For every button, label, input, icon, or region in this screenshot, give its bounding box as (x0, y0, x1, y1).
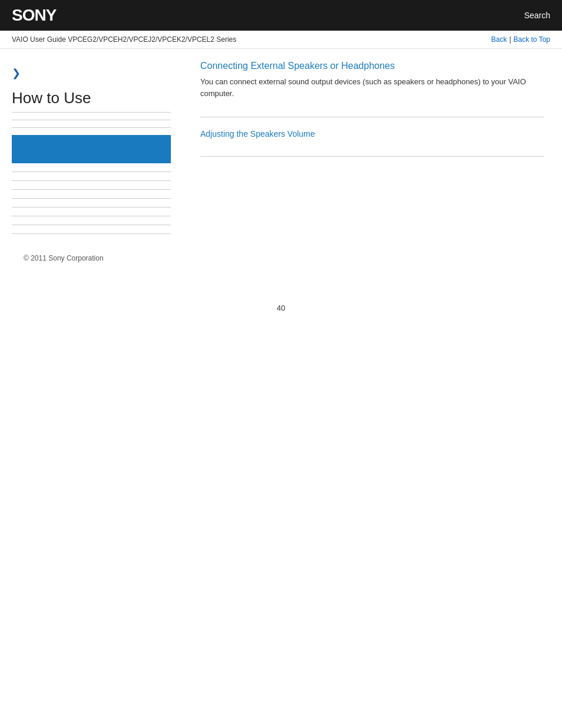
content-area: Connecting External Speakers or Headphon… (183, 49, 562, 286)
sidebar-line-2 (12, 180, 171, 181)
sidebar-divider-1 (12, 120, 171, 120)
copyright-text: © 2011 Sony Corporation (24, 254, 104, 262)
sidebar: ❯ How to Use © 2011 Sony Corporation (0, 49, 183, 286)
sidebar-line-4 (12, 198, 171, 199)
sony-logo: SONY (12, 6, 56, 25)
sidebar-line-8 (12, 233, 171, 234)
breadcrumb-links: Back | Back to Top (491, 35, 550, 44)
connecting-speakers-desc: You can connect external sound output de… (200, 76, 544, 99)
guide-title: VAIO User Guide VPCEG2/VPCEH2/VPCEJ2/VPC… (12, 35, 236, 44)
search-button[interactable]: Search (524, 11, 550, 20)
sidebar-footer: © 2011 Sony Corporation (12, 242, 171, 274)
section-adjusting-volume: Adjusting the Speakers Volume (200, 129, 544, 139)
page-header: SONY Search (0, 0, 562, 31)
content-divider-1 (200, 117, 544, 117)
sidebar-title: How to Use (12, 89, 171, 113)
sidebar-line-5 (12, 207, 171, 207)
sidebar-line-7 (12, 225, 171, 225)
connecting-speakers-link[interactable]: Connecting External Speakers or Headphon… (200, 61, 544, 71)
content-divider-2 (200, 156, 544, 157)
page-number: 40 (0, 286, 562, 318)
main-content: ❯ How to Use © 2011 Sony Corporation Con… (0, 49, 562, 286)
breadcrumb-bar: VAIO User Guide VPCEG2/VPCEH2/VPCEJ2/VPC… (0, 31, 562, 49)
sidebar-blue-box[interactable] (12, 135, 171, 163)
sidebar-line-1 (12, 172, 171, 172)
back-link[interactable]: Back (491, 35, 507, 44)
sidebar-line-3 (12, 189, 171, 190)
sidebar-arrow-icon[interactable]: ❯ (12, 67, 171, 80)
back-to-top-link[interactable]: Back to Top (514, 35, 550, 44)
section-connecting-speakers: Connecting External Speakers or Headphon… (200, 61, 544, 99)
sidebar-divider-2 (12, 127, 171, 128)
adjusting-volume-link[interactable]: Adjusting the Speakers Volume (200, 129, 544, 139)
sidebar-line-6 (12, 216, 171, 216)
breadcrumb-separator: | (509, 35, 511, 44)
